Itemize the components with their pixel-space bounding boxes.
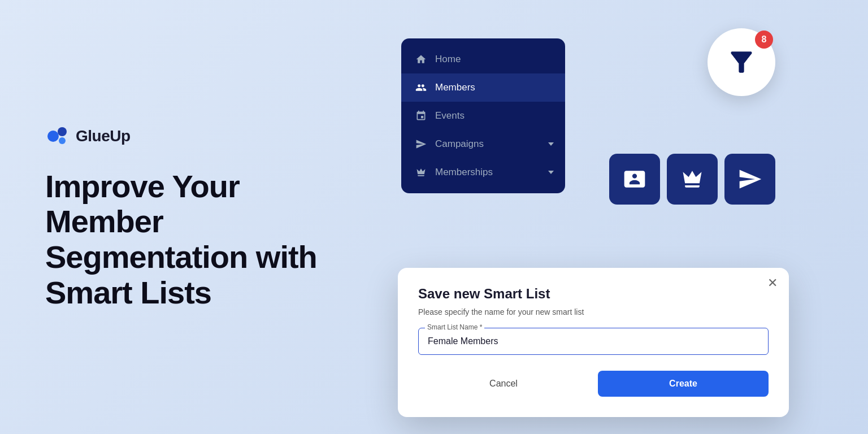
smart-list-name-label: Smart List Name * [425, 323, 484, 331]
filter-icon [726, 46, 757, 78]
send-button[interactable] [724, 154, 775, 205]
modal-description: Please specify the name for your new sma… [418, 307, 769, 316]
filter-button[interactable]: 8 [708, 28, 775, 96]
modal-title: Save new Smart List [418, 286, 769, 302]
smart-list-name-input[interactable] [418, 328, 769, 355]
memberships-icon [415, 166, 427, 179]
sidebar-item-events[interactable]: Events [401, 102, 565, 130]
sidebar-item-memberships[interactable]: Memberships [401, 158, 565, 186]
page: GlueUp Improve Your Member Segmentation … [0, 0, 868, 434]
sidebar-item-campaigns-label: Campaigns [435, 138, 484, 150]
modal-actions: Cancel Create [418, 371, 769, 397]
sidebar-item-home[interactable]: Home [401, 45, 565, 73]
contact-card-icon [622, 167, 647, 192]
glueup-logo-icon [45, 124, 70, 149]
modal-close-button[interactable]: ✕ [767, 277, 778, 289]
crown-button[interactable] [667, 154, 718, 205]
crown-icon [680, 167, 705, 192]
smart-list-name-group: Smart List Name * [418, 328, 769, 355]
home-icon [415, 53, 427, 66]
create-button[interactable]: Create [598, 371, 769, 397]
sidebar-item-members[interactable]: Members [401, 73, 565, 102]
members-icon [415, 81, 427, 94]
send-icon [737, 167, 762, 192]
sidebar-item-members-label: Members [435, 82, 475, 93]
hero-title: Improve Your Member Segmentation with Sm… [45, 169, 350, 311]
filter-badge: 8 [755, 31, 773, 49]
sidebar-item-home-label: Home [435, 54, 461, 65]
cancel-button[interactable]: Cancel [418, 371, 589, 397]
filter-button-container: 8 [708, 28, 775, 96]
sidebar-item-campaigns[interactable]: Campaigns [401, 130, 565, 158]
svg-point-0 [47, 131, 59, 142]
logo: GlueUp [45, 124, 350, 149]
sidebar-item-memberships-label: Memberships [435, 167, 493, 178]
right-content: Home Members Events Campai [396, 0, 791, 434]
sidebar-item-events-label: Events [435, 110, 465, 121]
events-icon [415, 110, 427, 122]
save-smart-list-modal: ✕ Save new Smart List Please specify the… [398, 268, 789, 417]
icon-buttons-row [609, 154, 775, 205]
contact-card-button[interactable] [609, 154, 660, 205]
campaigns-icon [415, 138, 427, 150]
svg-point-1 [58, 127, 67, 136]
logo-text: GlueUp [76, 127, 131, 145]
svg-point-2 [59, 137, 66, 144]
nav-menu: Home Members Events Campai [401, 38, 565, 193]
left-content: GlueUp Improve Your Member Segmentation … [0, 90, 396, 345]
